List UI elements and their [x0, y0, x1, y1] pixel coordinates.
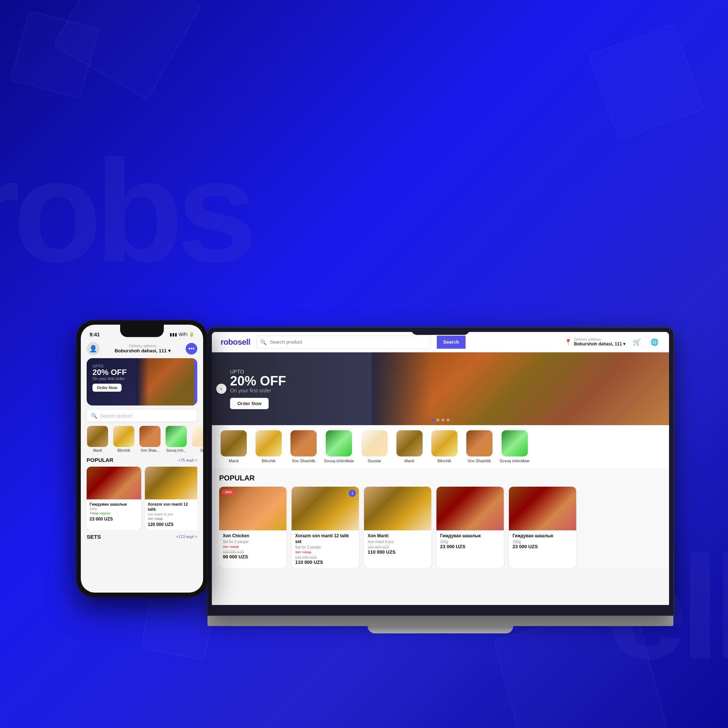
product-image-5: [509, 487, 576, 530]
category-item-sovuq-1[interactable]: Sovuq ichimliklar: [324, 430, 354, 463]
phone-order-button[interactable]: Order Now: [92, 384, 122, 392]
phone-product-sub-1: 100g: [90, 507, 138, 511]
phone-hero-percent: 20% OFF: [92, 369, 191, 376]
phone-sets-header: SETS +113 ещё >: [87, 534, 197, 540]
phone-popular-section: POPULAR +75 ещё > Гиждуван шашлык 100g Т…: [81, 457, 203, 530]
product-card-2[interactable]: i Xorazm xon manti 12 talik set Set for …: [292, 487, 359, 568]
category-item-shashlik-1[interactable]: Xon Shashlik: [289, 430, 318, 463]
phone-product-tag-1: Товар недели: [90, 511, 138, 515]
site-search-bar[interactable]: 🔍: [256, 336, 431, 349]
search-button[interactable]: Search: [437, 336, 466, 349]
product-name-3: Xon Manti: [368, 533, 428, 539]
product-card-5[interactable]: Гиждуван шашлык 100g 23 000 UZS: [509, 487, 576, 568]
phone-product-image-1: [87, 466, 141, 499]
product-info-1: Xon Chicken Set for 2 people Хит товар 1…: [219, 530, 286, 562]
phone-cat-image-shashlik: [139, 426, 161, 447]
popular-title: POPULAR: [219, 474, 662, 482]
phone-product-info-2: Xorazm xon manti 12 talik Xon manti 12 p…: [145, 499, 197, 530]
hero-content: UPTO 20% OFF On your first order Order N…: [230, 369, 286, 409]
phone-device: 9:41 ▮▮▮ WiFi 🔋 👤 Delivery address: [76, 320, 208, 597]
hero-dot-2[interactable]: [436, 419, 439, 422]
category-item-sovuq-2[interactable]: Sovuq ichimliklar: [500, 430, 530, 463]
status-icons: ▮▮▮ WiFi 🔋: [170, 332, 194, 337]
hero-food-image: [372, 352, 669, 425]
site-header: robosell 🔍 Search 📍 Delivery address: [212, 332, 669, 352]
phone-category-sovuq[interactable]: Sovuq Ichi...: [165, 426, 187, 453]
category-label-sovuq-1: Sovuq ichimliklar: [324, 459, 354, 463]
category-item-blinchik-2[interactable]: Blinchik: [430, 430, 459, 463]
category-item-manti-1[interactable]: Manti: [219, 430, 248, 463]
avatar[interactable]: 👤: [87, 342, 100, 355]
phone-section-header: POPULAR +75 ещё >: [87, 457, 197, 463]
cart-icon[interactable]: 🛒: [631, 336, 643, 348]
hero-prev-button[interactable]: ‹: [216, 384, 226, 394]
phone-delivery-info: Delivery address Boburshoh dahasi, 111 ▾: [103, 344, 182, 353]
delivery-details: Delivery address Boburshoh dahasi, 111 ▾: [574, 337, 626, 347]
phone-cat-label-so: So: [200, 448, 203, 453]
hero-percent-text: 20% OFF: [230, 375, 286, 388]
phone-hero-content: UPTO 20% OFF On your first order Order N…: [92, 364, 191, 392]
product-image-2: i: [292, 487, 359, 530]
product-info-2: Xorazm xon manti 12 talik set Set for 2 …: [292, 530, 359, 568]
category-item-shashlik-2[interactable]: Xon Shashlik: [465, 430, 494, 463]
product-info-3: Xon Manti Xon manti 8 pcs 135 000 UZS 11…: [364, 530, 431, 558]
phone-product-name-2: Xorazm xon manti 12 talik: [148, 502, 197, 512]
header-right: 📍 Delivery address Boburshoh dahasi, 111…: [564, 336, 660, 348]
globe-icon[interactable]: 🌐: [648, 336, 660, 348]
phone-sets-section: SETS +113 ещё >: [81, 530, 203, 540]
product-info-5: Гиждуван шашлык 100g 23 000 UZS: [509, 530, 576, 552]
status-time: 9:41: [90, 332, 100, 337]
category-item-souslar[interactable]: Souslar: [360, 430, 389, 463]
products-grid: -25% Xon Chicken Set for 2 people Хит то…: [219, 487, 662, 568]
price-new-1: 99 000 UZS: [223, 554, 283, 560]
phone-more-link[interactable]: +75 ещё >: [178, 458, 197, 462]
menu-dots-button[interactable]: •••: [186, 343, 197, 355]
hero-subtitle: On your first order: [230, 388, 286, 393]
site-logo: robosell: [220, 337, 251, 347]
category-label-blinchik-2: Blinchik: [437, 459, 451, 463]
phone-cat-image-manti: [87, 426, 108, 447]
phone-search-icon: 🔍: [91, 413, 97, 419]
delivery-info: 📍 Delivery address Boburshoh dahasi, 111…: [564, 337, 626, 347]
hero-dot-4[interactable]: [447, 419, 450, 422]
category-item-blinchik-1[interactable]: Blinchik: [254, 430, 283, 463]
phone-cat-label-manti: Manti: [93, 448, 102, 453]
product-info-4: Гиждуван шашлык 100g 23 000 UZS: [436, 530, 504, 552]
phone-category-shashlik[interactable]: Xon Shas...: [139, 426, 161, 453]
price-old-1: 132 000 UZS: [223, 550, 283, 554]
product-name-2: Xorazm xon manti 12 talik set: [295, 533, 355, 544]
phone-product-price-1: 23 000 UZS: [90, 517, 138, 522]
phone-cat-image-so: [192, 426, 203, 447]
laptop-screen-outer: robosell 🔍 Search 📍 Delivery address: [208, 327, 673, 615]
hero-banner: ‹ UPTO 20% OFF On your first order Order…: [212, 352, 669, 425]
product-card-4[interactable]: Гиждуван шашлык 100g 23 000 UZS: [436, 487, 504, 568]
phone-sets-more-link[interactable]: +113 ещё >: [176, 534, 197, 539]
phone-product-card-2[interactable]: Xorazm xon manti 12 talik Xon manti 12 p…: [145, 466, 197, 530]
category-label-shashlik-2: Xon Shashlik: [467, 459, 491, 463]
discount-badge-1: -25%: [222, 489, 234, 495]
product-desc-3: Xon manti 8 pcs: [368, 540, 428, 544]
product-desc-1: Set for 2 people: [223, 540, 283, 544]
hero-dot-1[interactable]: [431, 419, 434, 422]
product-desc-5: 100g: [512, 540, 573, 544]
phone-category-manti[interactable]: Manti: [87, 426, 109, 453]
phone-popular-title: POPULAR: [87, 457, 113, 463]
search-input[interactable]: [270, 339, 431, 345]
hero-dot-3[interactable]: [442, 419, 444, 422]
laptop-device: robosell 🔍 Search 📍 Delivery address: [208, 327, 673, 626]
product-card-1[interactable]: -25% Xon Chicken Set for 2 people Хит то…: [219, 487, 286, 568]
hero-order-button[interactable]: Order Now: [230, 398, 269, 409]
category-image-manti-2: [396, 430, 423, 456]
category-item-manti-2[interactable]: Manti: [395, 430, 424, 463]
price-old-3: 135 000 UZS: [368, 545, 428, 549]
phone-category-so[interactable]: So: [191, 426, 203, 453]
phone-product-card-1[interactable]: Гиждуван шашлык 100g Товар недели 23 000…: [87, 466, 141, 530]
product-card-3[interactable]: Xon Manti Xon manti 8 pcs 135 000 UZS 11…: [364, 487, 431, 568]
phone-category-blinchik[interactable]: Blinchik: [113, 426, 135, 453]
phone-sets-title: SETS: [87, 534, 101, 540]
laptop-screen-inner: robosell 🔍 Search 📍 Delivery address: [212, 332, 669, 605]
category-image-manti-1: [220, 430, 247, 456]
delivery-address: Boburshoh dahasi, 111 ▾: [574, 341, 626, 347]
phone-product-sub-2: Xon manti 12 pcs: [148, 512, 197, 516]
phone-search-bar[interactable]: 🔍 Search product: [87, 410, 197, 422]
